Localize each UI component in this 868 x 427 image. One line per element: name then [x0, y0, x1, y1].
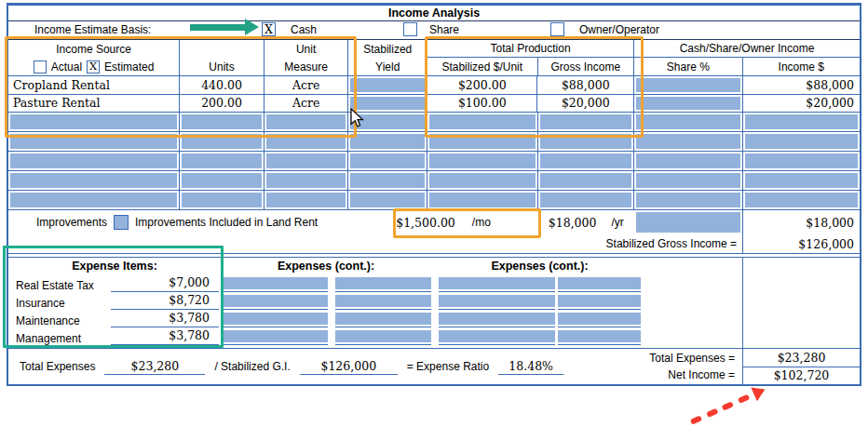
blue-input-field[interactable] — [745, 134, 858, 149]
blue-input-field[interactable] — [335, 313, 431, 325]
empty-cell[interactable] — [8, 171, 180, 190]
blue-input-field[interactable] — [266, 114, 346, 129]
empty-cell[interactable] — [634, 191, 742, 209]
expense-value-field[interactable]: $3,780 — [111, 328, 219, 345]
blue-input-field[interactable] — [182, 173, 262, 188]
blue-input-field[interactable] — [540, 173, 632, 188]
empty-cell[interactable] — [8, 191, 180, 209]
empty-cell[interactable] — [180, 191, 264, 209]
expense-input-cell[interactable] — [439, 328, 555, 345]
empty-cell[interactable] — [348, 191, 427, 209]
blue-input-field[interactable] — [636, 97, 739, 111]
share-checkbox[interactable] — [403, 22, 417, 36]
blue-input-field[interactable] — [335, 295, 431, 307]
blue-input-field[interactable] — [540, 153, 632, 168]
expense-input-cell[interactable] — [221, 311, 328, 327]
income-source-cell[interactable]: Pasture Rental — [8, 95, 180, 113]
income-dollar-cell[interactable]: $88,000 — [743, 76, 860, 94]
empty-cell[interactable] — [180, 132, 264, 151]
expense-value-field[interactable]: $8,720 — [111, 293, 219, 310]
blue-input-field[interactable] — [221, 295, 328, 307]
empty-cell[interactable] — [348, 132, 427, 151]
blue-input-field[interactable] — [558, 330, 641, 342]
income-source-cell[interactable]: Cropland Rental — [8, 76, 180, 94]
estimated-checkbox[interactable]: X — [87, 60, 100, 73]
blue-input-field[interactable] — [221, 277, 328, 289]
expense-input-cell[interactable] — [221, 275, 328, 292]
income-dollar-cell[interactable]: $20,000 — [743, 95, 860, 113]
blue-input-field[interactable] — [439, 313, 555, 325]
blue-input-field[interactable] — [429, 193, 535, 207]
expense-input-cell[interactable] — [558, 311, 641, 327]
empty-cell[interactable] — [264, 113, 349, 131]
blue-input-field[interactable] — [221, 313, 328, 325]
blue-input-field[interactable] — [10, 134, 177, 149]
stabilized-gi-field[interactable]: $126,000 — [300, 359, 398, 375]
expense-input-cell[interactable] — [439, 275, 555, 292]
blue-input-field[interactable] — [350, 173, 425, 188]
blue-input-field[interactable] — [745, 173, 858, 188]
empty-cell[interactable] — [634, 132, 742, 151]
share-pct-cell[interactable] — [634, 95, 742, 113]
blue-input-field[interactable] — [636, 173, 739, 188]
blue-input-field[interactable] — [429, 173, 535, 188]
blue-input-field[interactable] — [636, 134, 739, 149]
blue-input-field[interactable] — [266, 173, 346, 188]
improvements-checkbox[interactable] — [114, 215, 129, 230]
blue-input-field[interactable] — [540, 134, 632, 149]
expense-input-cell[interactable] — [558, 293, 641, 310]
empty-cell[interactable] — [180, 152, 264, 170]
empty-cell[interactable] — [8, 132, 180, 151]
blue-input-field[interactable] — [439, 330, 555, 342]
improvements-monthly-cell[interactable]: $1,500.00 /mo — [348, 210, 537, 234]
empty-cell[interactable] — [348, 171, 427, 190]
blue-input-field[interactable] — [636, 212, 739, 233]
gross-income-cell[interactable]: $20,000 — [537, 95, 634, 113]
blue-input-field[interactable] — [745, 153, 858, 168]
empty-cell[interactable] — [427, 132, 537, 151]
expense-input-cell[interactable] — [439, 311, 555, 327]
expense-input-cell[interactable] — [335, 275, 431, 292]
empty-cell[interactable] — [427, 113, 537, 131]
empty-cell[interactable] — [348, 152, 427, 170]
improvements-share-cell[interactable] — [634, 210, 742, 234]
blue-input-field[interactable] — [540, 193, 632, 207]
blue-input-field[interactable] — [10, 153, 177, 168]
blue-input-field[interactable] — [266, 134, 346, 149]
empty-cell[interactable] — [538, 132, 635, 151]
empty-cell[interactable] — [538, 152, 635, 170]
expense-input-cell[interactable] — [221, 328, 328, 345]
empty-cell[interactable] — [634, 113, 742, 131]
blue-input-field[interactable] — [429, 134, 535, 149]
expense-input-cell[interactable] — [558, 275, 641, 292]
units-cell[interactable]: 440.00 — [180, 76, 264, 94]
blue-input-field[interactable] — [636, 114, 739, 129]
improvements-yearly-cell[interactable]: $18,000 /yr — [538, 210, 635, 234]
empty-cell[interactable] — [427, 171, 537, 190]
blue-input-field[interactable] — [350, 134, 425, 149]
blue-input-field[interactable] — [182, 114, 262, 129]
empty-cell[interactable] — [743, 152, 860, 170]
blue-input-field[interactable] — [266, 193, 346, 207]
share-pct-cell[interactable] — [634, 76, 742, 94]
blue-input-field[interactable] — [558, 277, 641, 289]
empty-cell[interactable] — [634, 152, 742, 170]
expense-value-field[interactable]: $3,780 — [111, 311, 219, 327]
blue-input-field[interactable] — [429, 153, 535, 168]
expense-input-cell[interactable] — [439, 293, 555, 310]
blue-input-field[interactable] — [10, 114, 177, 129]
total-expenses-eq-cell[interactable]: $23,280 — [742, 349, 860, 367]
empty-cell[interactable] — [264, 152, 349, 170]
empty-cell[interactable] — [264, 171, 349, 190]
total-expenses-field[interactable]: $23,280 — [104, 359, 205, 375]
blue-input-field[interactable] — [350, 153, 425, 168]
net-income-cell[interactable]: $102,720 — [742, 367, 860, 384]
empty-cell[interactable] — [264, 191, 349, 209]
expense-input-cell[interactable] — [335, 328, 431, 345]
stabilized-gross-income-cell[interactable]: $126,000 — [742, 234, 860, 253]
unit-measure-cell[interactable]: Acre — [264, 76, 349, 94]
expense-value-field[interactable]: $7,000 — [111, 275, 219, 292]
blue-input-field[interactable] — [636, 78, 739, 92]
empty-cell[interactable] — [180, 113, 264, 131]
blue-input-field[interactable] — [636, 153, 739, 168]
